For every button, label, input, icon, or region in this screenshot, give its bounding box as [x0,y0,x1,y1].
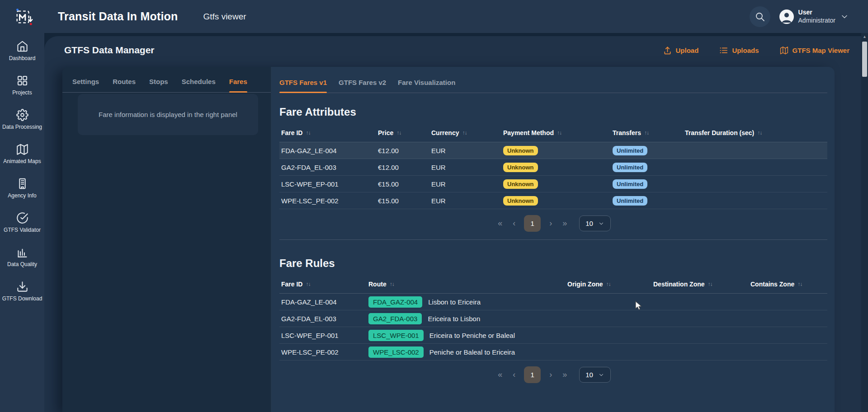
current-page-button[interactable]: 1 [524,366,541,383]
sidebar-item-gtfs-validator[interactable]: GTFS Validator [0,212,44,233]
sort-icon: ↑↓ [606,281,611,287]
prev-page-button[interactable]: ‹ [511,219,517,228]
first-page-button[interactable]: « [496,219,504,228]
table-row[interactable]: GA2-FDA_EL-003 €12.00 EUR Unknown Unlimi… [279,159,827,176]
sidebar-item-animated-maps[interactable]: Animated Maps [0,143,44,164]
currency-cell: EUR [431,147,503,154]
column-header-fare-id[interactable]: Fare ID↑↓ [281,281,368,288]
fares-subtabs: GTFS Fares v1 GTFS Fares v2 Fare Visuali… [279,67,827,93]
column-header-contains-zone[interactable]: Contains Zone↑↓ [750,281,827,288]
last-page-button[interactable]: » [561,370,569,379]
column-header-transfers[interactable]: Transfers↑↓ [613,129,685,136]
fare-id-cell: GA2-FDA_EL-003 [281,315,368,323]
list-icon [719,46,728,55]
sort-icon: ↑↓ [306,130,310,136]
gtfs-map-viewer-button[interactable]: GTFS Map Viewer [780,46,849,55]
first-page-button[interactable]: « [496,370,504,379]
main-tabs: Settings Routes Stops Schedules Fares [62,67,271,93]
page-size-select[interactable]: 10 [579,367,611,383]
fare-id-cell: WPE-LSC_PE-002 [281,197,378,205]
user-menu[interactable]: User Administrator [779,9,849,24]
fare-id-cell: WPE-LSC_PE-002 [281,348,368,356]
current-page-button[interactable]: 1 [524,215,541,232]
sidebar-item-projects[interactable]: Projects [0,75,44,96]
page-header: GTFS Data Manager Upload Uploads GTFS Ma… [44,36,861,64]
table-row[interactable]: WPE-LSC_PE-002 WPE_LSC-002Peniche or Bal… [279,344,827,360]
transfers-badge: Unlimited [613,196,647,206]
fare-rules-table: Fare ID↑↓ Route↑↓ Origin Zone↑↓ Destinat… [279,276,827,360]
subtab-gtfs-fares-v2[interactable]: GTFS Fares v2 [339,79,386,93]
fare-info-message-box: Fare information is displayed in the rig… [78,94,258,135]
tab-fares[interactable]: Fares [229,78,247,92]
sidebar-item-data-quality[interactable]: Data Quality [0,246,44,267]
column-header-currency[interactable]: Currency↑↓ [431,129,503,136]
transfers-badge: Unlimited [613,146,647,155]
tab-schedules[interactable]: Schedules [182,78,216,92]
table-row[interactable]: WPE-LSC_PE-002 €15.00 EUR Unknown Unlimi… [279,192,827,209]
check-circle-icon [16,212,28,224]
fare-id-cell: LSC-WPE_EP-001 [281,332,368,339]
route-name: Peniche or Baleal to Ericeira [429,348,515,356]
subtab-gtfs-fares-v1[interactable]: GTFS Fares v1 [279,79,327,93]
currency-cell: EUR [431,197,503,205]
table-row[interactable]: FDA-GAZ_LE-004 FDA_GAZ-004Lisbon to Eric… [279,294,827,310]
sort-icon: ↑↓ [462,130,467,136]
prev-page-button[interactable]: ‹ [511,370,517,379]
map-icon [780,46,788,55]
tab-routes[interactable]: Routes [113,78,136,92]
search-button[interactable] [750,6,770,27]
scrollbar-up-icon[interactable]: ▲ [861,33,868,40]
page-size-select[interactable]: 10 [579,215,611,231]
column-header-payment-method[interactable]: Payment Method↑↓ [503,129,613,136]
scrollbar-thumb[interactable] [862,42,867,77]
fares-left-panel: Settings Routes Stops Schedules Fares Fa… [62,67,271,412]
next-page-button[interactable]: › [547,370,554,379]
fare-attributes-section: Fare Attributes Fare ID↑↓ Price↑↓ Curren… [279,93,827,240]
last-page-button[interactable]: » [561,219,569,228]
sidebar-item-gtfs-download[interactable]: GTFS Download [0,281,44,302]
route-name: Ericeira to Lisbon [428,315,480,323]
table-row[interactable]: GA2-FDA_EL-003 GA2_FDA-003Ericeira to Li… [279,310,827,327]
gear-icon [16,109,28,121]
currency-cell: EUR [431,180,503,188]
route-badge: LSC_WPE-001 [368,330,424,341]
grid-icon [16,75,28,87]
topbar: Transit Data In Motion Gtfs viewer User … [0,0,868,33]
payment-method-badge: Unknown [503,163,538,172]
building-icon [16,178,28,190]
table-row[interactable]: LSC-WPE_EP-001 €15.00 EUR Unknown Unlimi… [279,176,827,192]
column-header-destination-zone[interactable]: Destination Zone↑↓ [653,281,750,288]
column-header-price[interactable]: Price↑↓ [378,129,431,136]
sidebar-item-data-processing[interactable]: Data Processing [0,109,44,130]
payment-method-badge: Unknown [503,179,538,189]
price-cell: €15.00 [378,180,431,188]
tab-stops[interactable]: Stops [149,78,168,92]
sort-icon: ↑↓ [797,281,802,287]
table-row[interactable]: LSC-WPE_EP-001 LSC_WPE-001Ericeira to Pe… [279,327,827,344]
upload-button[interactable]: Upload [663,46,699,55]
sort-icon: ↑↓ [708,281,712,287]
payment-method-badge: Unknown [503,146,538,155]
route-name: Ericeira to Peniche or Baleal [429,332,515,339]
home-icon [16,40,28,52]
sidebar-item-dashboard[interactable]: Dashboard [0,40,44,61]
column-header-transfer-duration[interactable]: Transfer Duration (sec)↑↓ [685,129,827,136]
uploads-button[interactable]: Uploads [719,46,759,55]
sidebar-item-agency-info[interactable]: Agency Info [0,178,44,199]
vertical-scrollbar[interactable]: ▲ [861,33,868,412]
tab-settings[interactable]: Settings [72,78,99,92]
route-badge: GA2_FDA-003 [368,313,422,324]
column-header-route[interactable]: Route↑↓ [368,281,567,288]
fare-rules-pagination: « ‹ 1 › » 10 [279,360,827,391]
download-icon [16,281,28,293]
fare-attributes-title: Fare Attributes [279,106,827,118]
sort-icon: ↑↓ [306,281,310,287]
sort-icon: ↑↓ [396,130,401,136]
subtab-fare-visualization[interactable]: Fare Visualization [398,79,455,93]
table-row[interactable]: FDA-GAZ_LE-004 €12.00 EUR Unknown Unlimi… [279,142,827,159]
column-header-origin-zone[interactable]: Origin Zone↑↓ [567,281,653,288]
transfers-badge: Unlimited [613,163,647,172]
column-header-fare-id[interactable]: Fare ID↑↓ [281,129,378,136]
user-name: User [798,9,835,17]
next-page-button[interactable]: › [547,219,554,228]
